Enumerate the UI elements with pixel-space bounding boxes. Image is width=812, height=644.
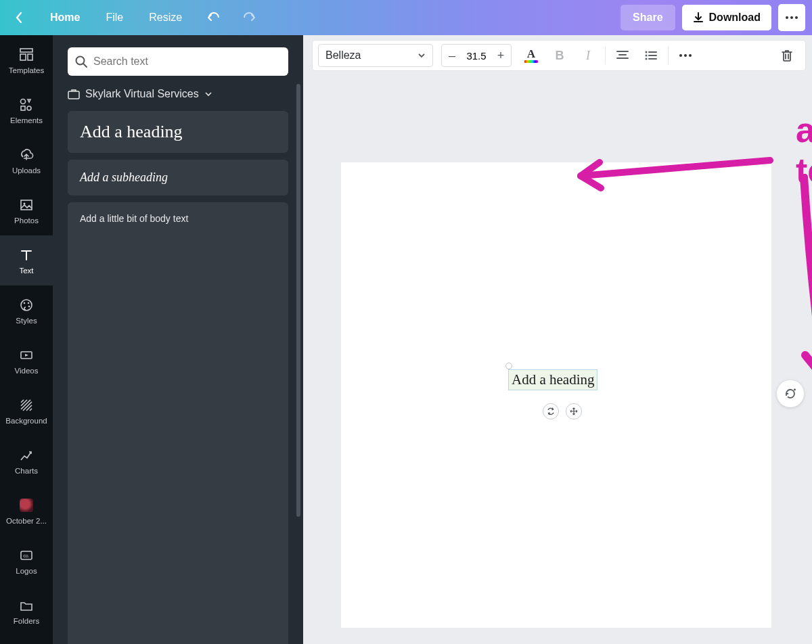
rail-styles-label: Styles <box>16 317 37 325</box>
add-body-text-button[interactable]: Add a little bit of body text <box>68 202 288 644</box>
rail-videos-label: Videos <box>15 367 39 375</box>
rail-templates[interactable]: Templates <box>0 35 53 85</box>
more-menu-button[interactable] <box>778 4 805 31</box>
text-panel: Skylark Virtual Services Add a heading A… <box>53 35 303 644</box>
italic-button[interactable]: I <box>575 44 601 67</box>
element-controls <box>543 403 582 419</box>
text-color-icon: A <box>524 48 538 63</box>
selected-text-element[interactable]: Add a heading <box>508 369 597 390</box>
align-icon <box>616 50 629 61</box>
rail-uploads-label: Uploads <box>12 166 41 175</box>
increase-font-button[interactable]: + <box>491 45 511 66</box>
alignment-button[interactable] <box>610 44 635 67</box>
add-heading-button[interactable]: Add a heading <box>68 111 288 153</box>
folders-icon <box>18 597 35 614</box>
home-button[interactable]: Home <box>43 7 87 28</box>
canvas-area: Belleza – + A B I <box>303 35 812 644</box>
svg-rect-6 <box>21 200 32 210</box>
rail-videos[interactable]: Videos <box>0 336 53 386</box>
move-button[interactable] <box>566 403 582 419</box>
rail-logos[interactable]: co. Logos <box>0 536 53 586</box>
annotation-arrow-2 <box>790 174 812 390</box>
rail-styles[interactable]: Styles <box>0 285 53 336</box>
rail-charts-label: Charts <box>15 467 38 475</box>
rail-logos-label: Logos <box>16 567 37 575</box>
add-subheading-button[interactable]: Add a subheading <box>68 160 288 196</box>
annotation-arrow-1 <box>547 143 777 198</box>
panel-scrollbar[interactable] <box>296 84 300 530</box>
uploads-icon <box>18 147 35 163</box>
download-button[interactable]: Download <box>682 5 771 30</box>
logos-icon: co. <box>18 547 35 564</box>
top-bar: Home File Resize Share Download <box>0 0 812 35</box>
chevron-down-icon <box>204 90 212 98</box>
rail-photos[interactable]: Photos <box>0 185 53 235</box>
svg-point-8 <box>21 300 32 310</box>
sync-icon <box>547 407 555 415</box>
svg-point-17 <box>646 51 648 53</box>
font-family-select[interactable]: Belleza <box>318 44 433 67</box>
text-color-button[interactable]: A <box>518 44 544 67</box>
briefcase-icon <box>68 89 80 99</box>
svg-point-18 <box>646 55 648 57</box>
rail-october-label: October 2... <box>6 517 47 525</box>
rotation-handle[interactable] <box>505 363 512 369</box>
elements-icon <box>18 97 35 113</box>
file-menu[interactable]: File <box>99 7 130 28</box>
rail-folders[interactable]: Folders <box>0 586 53 636</box>
svg-point-19 <box>646 58 648 60</box>
templates-icon <box>18 47 35 63</box>
svg-text:co.: co. <box>23 553 29 558</box>
redo-button[interactable] <box>238 5 262 30</box>
chevron-down-icon <box>418 51 426 60</box>
brand-kit-dropdown[interactable]: Skylark Virtual Services <box>68 88 288 100</box>
videos-icon <box>18 347 35 363</box>
svg-point-9 <box>24 302 26 304</box>
rail-charts[interactable]: Charts <box>0 436 53 486</box>
decrease-font-button[interactable]: – <box>442 45 462 66</box>
more-text-options-button[interactable] <box>673 44 698 67</box>
rail-text-label: Text <box>19 267 33 275</box>
svg-rect-2 <box>28 54 32 60</box>
canvas-page[interactable]: Add a heading <box>341 162 771 628</box>
more-icon <box>679 54 692 57</box>
charts-icon <box>18 447 35 463</box>
trash-icon <box>781 49 793 62</box>
search-box[interactable] <box>68 47 288 76</box>
rail-text[interactable]: Text <box>0 235 53 285</box>
svg-point-10 <box>28 302 30 304</box>
resize-menu[interactable]: Resize <box>142 7 189 28</box>
bold-button[interactable]: B <box>547 44 572 67</box>
rail-october[interactable]: October 2... <box>0 486 53 536</box>
back-button[interactable] <box>7 5 31 30</box>
delete-button[interactable] <box>774 44 800 67</box>
search-input[interactable] <box>93 55 281 68</box>
photos-icon <box>18 197 35 213</box>
text-icon <box>18 247 35 263</box>
svg-point-5 <box>27 106 31 110</box>
font-size-group: – + <box>441 44 512 67</box>
svg-rect-0 <box>20 49 32 52</box>
left-rail: Templates Elements Uploads Photos Text <box>0 35 53 644</box>
svg-rect-16 <box>68 91 79 99</box>
share-button[interactable]: Share <box>621 5 675 30</box>
more-icon <box>786 16 798 19</box>
svg-point-3 <box>21 99 26 104</box>
brand-name: Skylark Virtual Services <box>85 88 199 100</box>
rail-elements[interactable]: Elements <box>0 85 53 135</box>
folder-thumb-icon <box>18 497 35 513</box>
svg-point-11 <box>28 305 30 307</box>
undo-button[interactable] <box>201 5 225 30</box>
context-toolbar: Belleza – + A B I <box>313 41 805 70</box>
font-name: Belleza <box>325 49 361 62</box>
background-icon <box>18 397 35 413</box>
list-button[interactable] <box>638 44 664 67</box>
rail-background[interactable]: Background <box>0 386 53 436</box>
download-label: Download <box>709 12 761 24</box>
move-icon <box>570 407 578 415</box>
sync-button[interactable] <box>543 403 559 419</box>
rail-templates-label: Templates <box>9 66 44 74</box>
rail-folders-label: Folders <box>14 617 39 625</box>
font-size-input[interactable] <box>462 50 491 62</box>
rail-uploads[interactable]: Uploads <box>0 135 53 185</box>
